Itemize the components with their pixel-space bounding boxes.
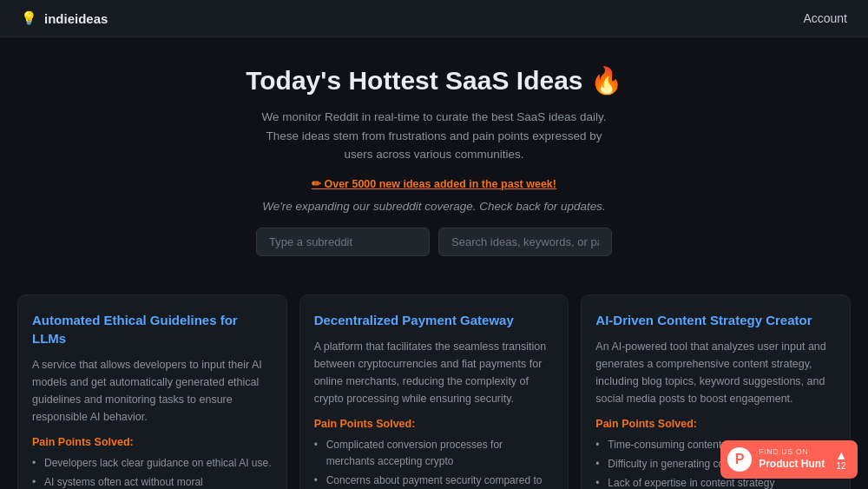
subreddit-input[interactable] (256, 228, 430, 256)
pain-list: Complicated conversion processes for mer… (314, 437, 555, 489)
ph-text: FIND US ON Product Hunt (759, 447, 825, 471)
card-title: Decentralized Payment Gateway (314, 311, 555, 329)
card-item[interactable]: Decentralized Payment Gateway A platform… (299, 294, 569, 489)
pain-item: AI systems often act without moral consi… (32, 474, 273, 489)
brand-name: indieideas (44, 11, 108, 26)
product-hunt-badge[interactable]: P FIND US ON Product Hunt ▲ 12 (720, 440, 858, 479)
ph-logo-icon: P (727, 447, 752, 472)
pain-list: Developers lack clear guidance on ethica… (32, 455, 273, 489)
brand[interactable]: 💡 indieideas (21, 10, 108, 26)
pain-item: Complicated conversion processes for mer… (314, 437, 555, 469)
hero-title: Today's Hottest SaaS Ideas 🔥 (17, 65, 851, 96)
card-desc: A platform that facilitates the seamless… (314, 338, 555, 407)
card-desc: An AI-powered tool that analyzes user in… (595, 338, 836, 407)
card-item[interactable]: Automated Ethical Guidelines for LLMs A … (17, 294, 287, 489)
hero-section: Today's Hottest SaaS Ideas 🔥 We monitor … (0, 37, 868, 294)
ideas-search-input[interactable] (438, 228, 612, 256)
ph-arrow-icon: ▲ (835, 449, 847, 461)
hero-sub-text: We're expanding our subreddit coverage. … (252, 197, 616, 216)
account-link[interactable]: Account (803, 11, 847, 25)
hero-subtitle: We monitor Reddit in real-time to curate… (252, 108, 616, 164)
card-title: AI-Driven Content Strategy Creator (595, 311, 836, 329)
pain-label: Pain Points Solved: (314, 418, 555, 430)
brand-icon: 💡 (21, 10, 37, 26)
ph-count-number: 12 (837, 461, 846, 471)
pain-item: Concerns about payment security compared… (314, 472, 555, 489)
hero-badge[interactable]: ✏ Over 5000 new ideas added in the past … (312, 177, 556, 190)
card-title: Automated Ethical Guidelines for LLMs (32, 311, 273, 347)
ph-find-label: FIND US ON (759, 447, 825, 458)
ph-name: Product Hunt (759, 458, 825, 472)
search-row (17, 228, 851, 256)
pain-item: Developers lack clear guidance on ethica… (32, 455, 273, 472)
navbar: 💡 indieideas Account (0, 0, 868, 37)
card-desc: A service that allows developers to inpu… (32, 356, 273, 426)
pain-label: Pain Points Solved: (32, 436, 273, 448)
ph-vote-count[interactable]: ▲ 12 (835, 449, 847, 471)
pain-label: Pain Points Solved: (595, 418, 836, 430)
